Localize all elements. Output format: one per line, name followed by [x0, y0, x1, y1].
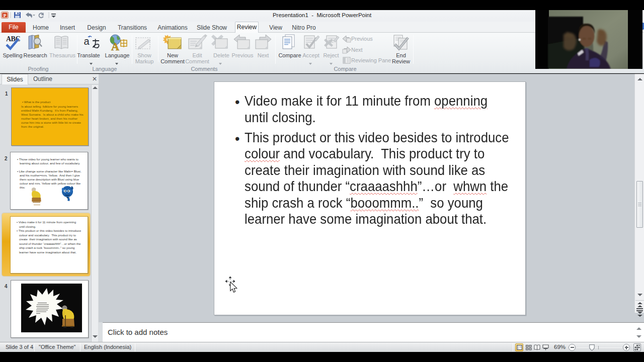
svg-text:A: A — [111, 40, 119, 52]
svg-text:a: a — [84, 36, 90, 47]
